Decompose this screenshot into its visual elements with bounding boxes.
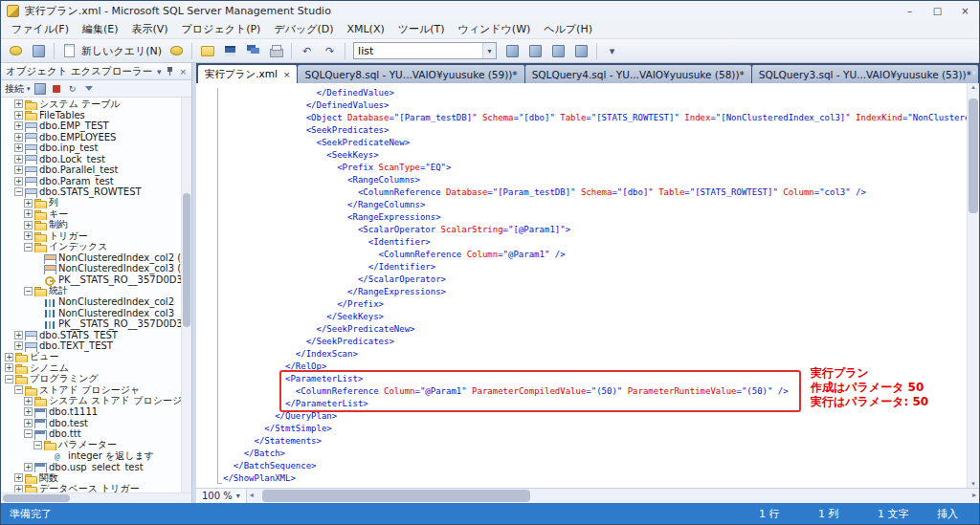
undo-icon[interactable]: ↶ (296, 40, 318, 61)
menu-edit[interactable]: 編集(E) (76, 20, 125, 38)
collapse-icon[interactable]: − (24, 429, 33, 438)
tree-item[interactable]: −ストアド プロシージャ (1, 384, 181, 396)
menu-window[interactable]: ウィンドウ(W) (452, 20, 538, 38)
tree-item[interactable]: integer を返します (1, 450, 181, 462)
expand-icon[interactable]: + (14, 133, 23, 142)
print-icon[interactable] (265, 40, 287, 61)
save-icon[interactable] (219, 40, 241, 61)
tab-sqlquery4[interactable]: SQLQuery4.sql - YU...VAIO¥yuusuke (58))* (525, 65, 751, 83)
open-file-icon[interactable] (196, 40, 218, 61)
refresh-icon[interactable]: ↻ (66, 82, 79, 96)
scroll-left-icon[interactable]: ◂ (250, 491, 254, 499)
expand-icon[interactable]: + (14, 177, 23, 186)
expand-icon[interactable]: + (14, 331, 23, 339)
expand-icon[interactable]: + (24, 463, 33, 471)
tree-item[interactable]: NonClusteredIndex_col3 (非- (1, 264, 181, 275)
activity-monitor-icon[interactable] (28, 40, 50, 61)
scroll-right-icon[interactable]: ▸ (972, 491, 976, 499)
tree-item[interactable]: +dbo.test (1, 418, 181, 429)
uncomment-icon[interactable] (570, 40, 592, 61)
tree-item[interactable]: PK__STATS_RO__357D0D3E4E (1, 318, 181, 330)
bookmark-icon[interactable] (524, 40, 546, 61)
new-engine-query-icon[interactable] (166, 40, 188, 61)
tab-execution-plan[interactable]: 実行プラン.xml× (198, 65, 297, 83)
toolbar-options-icon[interactable]: ▾ (601, 40, 623, 61)
tree-item[interactable]: +dbo.t1111 (1, 406, 181, 418)
collapse-icon[interactable]: − (24, 287, 33, 295)
tree-item[interactable]: +シノニム (1, 362, 181, 374)
window-menu-icon[interactable]: ▾ (157, 67, 162, 77)
tree-item[interactable]: +dbo.usp_select_test (1, 462, 181, 473)
scrollbar-thumb[interactable] (262, 490, 530, 502)
tree-item[interactable]: +dbo.STATS_TEST (1, 330, 181, 341)
expand-icon[interactable]: + (24, 199, 33, 208)
find-icon[interactable] (501, 40, 523, 61)
scrollbar-thumb[interactable] (183, 193, 190, 327)
collapse-icon[interactable]: − (14, 187, 23, 196)
redo-icon[interactable]: ↷ (319, 40, 341, 61)
tree-item[interactable]: +関数 (1, 472, 181, 484)
scroll-down-icon[interactable]: ▾ (971, 480, 975, 488)
expand-icon[interactable]: + (24, 397, 33, 405)
expand-icon[interactable]: + (5, 353, 13, 361)
tree-item[interactable]: +トリガー (1, 230, 181, 242)
tree-item[interactable]: +dbo.EMPLOYEES (1, 132, 181, 143)
new-query-button[interactable]: 新しいクエリ(N) (58, 40, 165, 61)
expand-icon[interactable]: + (14, 155, 23, 164)
tree-item[interactable]: −統計 (1, 286, 181, 297)
toolbar-combobox[interactable]: ▾ (353, 42, 497, 59)
zoom-control[interactable]: 100 % ▾ (196, 489, 247, 503)
tree-item[interactable]: +dbo.EMP_TEST (1, 120, 181, 132)
tree-item[interactable]: −dbo.STATS_ROWTEST (1, 186, 181, 198)
code-area[interactable]: 実行プラン 作成はパラメータ 50 実行はパラメータ: 50 </Defined… (196, 83, 967, 488)
expand-icon[interactable]: + (14, 485, 23, 492)
collapse-icon[interactable]: − (14, 385, 23, 394)
menu-tools[interactable]: ツール(T) (391, 20, 452, 38)
expand-icon[interactable]: + (14, 473, 23, 482)
tree-item[interactable]: +dbo.Parallel_test (1, 164, 181, 176)
panel-close-icon[interactable]: × (179, 67, 187, 77)
menu-xml[interactable]: XML(X) (340, 21, 390, 37)
expand-icon[interactable]: + (14, 341, 23, 350)
tree-item[interactable]: +FileTables (1, 110, 181, 121)
expand-icon[interactable]: + (24, 231, 33, 240)
expand-icon[interactable]: + (14, 143, 23, 152)
expand-icon[interactable]: + (24, 419, 33, 427)
tree-item[interactable]: +システム ストアド プロシージャ (1, 396, 181, 407)
expand-icon[interactable]: + (14, 121, 23, 130)
expand-icon[interactable]: + (24, 209, 33, 218)
collapse-icon[interactable]: − (33, 441, 42, 449)
expand-icon[interactable]: + (14, 165, 23, 174)
tree-item[interactable]: −インデックス (1, 242, 181, 253)
save-all-icon[interactable] (242, 40, 264, 61)
explorer-horizontal-scrollbar[interactable] (1, 492, 191, 503)
tree-item[interactable]: +ビュー (1, 352, 181, 363)
connect-database-icon[interactable] (5, 40, 27, 61)
menu-debug[interactable]: デバッグ(D) (267, 20, 340, 38)
combobox-dropdown-icon[interactable]: ▾ (482, 43, 496, 58)
toolbar-combobox-input[interactable] (354, 45, 482, 57)
document-list-icon[interactable]: ▾ (971, 68, 976, 77)
tree-item[interactable]: −プログラミング (1, 374, 181, 385)
tree-item[interactable]: −dbo.ttt (1, 428, 181, 440)
scroll-up-icon[interactable]: ▴ (971, 83, 975, 91)
tree-item[interactable]: +dbo.Lock_test (1, 154, 181, 165)
menu-view[interactable]: 表示(V) (125, 20, 175, 38)
comment-icon[interactable] (547, 40, 569, 61)
scrollbar-thumb[interactable] (3, 494, 70, 502)
pin-icon[interactable] (167, 67, 173, 77)
connect-button[interactable]: 接続 ▾ (5, 82, 31, 96)
editor-vertical-scrollbar[interactable]: ▴ ▾ (967, 83, 979, 488)
tab-sqlquery8[interactable]: SQLQuery8.sql - YU...VAIO¥yuusuke (59))* (298, 65, 523, 83)
expand-icon[interactable]: + (14, 99, 23, 108)
expand-icon[interactable]: + (24, 221, 33, 230)
menu-file[interactable]: ファイル(F) (5, 20, 76, 38)
tree-item[interactable]: +dbo.Param_test (1, 176, 181, 187)
menu-project[interactable]: プロジェクト(P) (175, 20, 268, 38)
minimize-button[interactable]: – (896, 1, 924, 20)
expand-icon[interactable]: + (14, 111, 23, 120)
tab-close-icon[interactable]: × (283, 70, 291, 79)
tree-item[interactable]: +制約 (1, 220, 181, 231)
maximize-button[interactable]: □ (924, 1, 951, 20)
collapse-icon[interactable]: − (24, 243, 33, 252)
